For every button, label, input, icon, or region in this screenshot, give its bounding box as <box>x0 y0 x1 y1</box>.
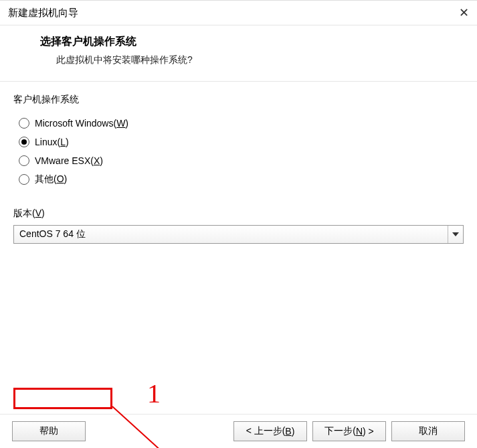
os-radio-group: Microsoft Windows(W) Linux(L) VMware ESX… <box>19 114 464 189</box>
version-label: 版本(V) <box>13 208 464 220</box>
radio-label: 其他(O) <box>35 173 67 185</box>
window-title: 新建虚拟机向导 <box>8 7 78 19</box>
radio-label: Microsoft Windows(W) <box>35 118 128 129</box>
wizard-footer: 帮助 < 上一步(B) 下一步(N) > 取消 <box>0 414 477 448</box>
radio-other[interactable]: 其他(O) <box>19 170 464 189</box>
page-title: 选择客户机操作系统 <box>40 35 437 49</box>
chevron-down-icon <box>448 226 463 243</box>
radio-icon <box>19 137 29 147</box>
page-subtitle: 此虚拟机中将安装哪种操作系统? <box>40 54 437 66</box>
radio-label: VMware ESX(X) <box>35 155 103 166</box>
group-title: 客户机操作系统 <box>13 94 464 106</box>
titlebar: 新建虚拟机向导 ✕ <box>0 1 477 25</box>
wizard-dialog: 新建虚拟机向导 ✕ 选择客户机操作系统 此虚拟机中将安装哪种操作系统? 客户机操… <box>0 0 477 448</box>
close-icon[interactable]: ✕ <box>457 6 470 19</box>
radio-vmwareesx[interactable]: VMware ESX(X) <box>19 151 464 170</box>
cancel-button[interactable]: 取消 <box>391 421 465 441</box>
next-button[interactable]: 下一步(N) > <box>312 421 386 441</box>
radio-linux[interactable]: Linux(L) <box>19 133 464 151</box>
wizard-body: 客户机操作系统 Microsoft Windows(W) Linux(L) VM… <box>0 82 477 244</box>
radio-label: Linux(L) <box>35 137 69 147</box>
version-value: CentOS 7 64 位 <box>14 228 448 240</box>
wizard-header: 选择客户机操作系统 此虚拟机中将安装哪种操作系统? <box>0 25 477 81</box>
radio-windows[interactable]: Microsoft Windows(W) <box>19 114 464 133</box>
radio-icon <box>19 118 29 129</box>
help-button[interactable]: 帮助 <box>12 421 86 441</box>
back-button[interactable]: < 上一步(B) <box>233 421 307 441</box>
radio-icon <box>19 174 29 185</box>
annotation-box-1 <box>13 388 112 409</box>
radio-icon <box>19 155 29 166</box>
version-combobox[interactable]: CentOS 7 64 位 <box>13 225 464 244</box>
annotation-number-1: 1 <box>147 378 161 409</box>
